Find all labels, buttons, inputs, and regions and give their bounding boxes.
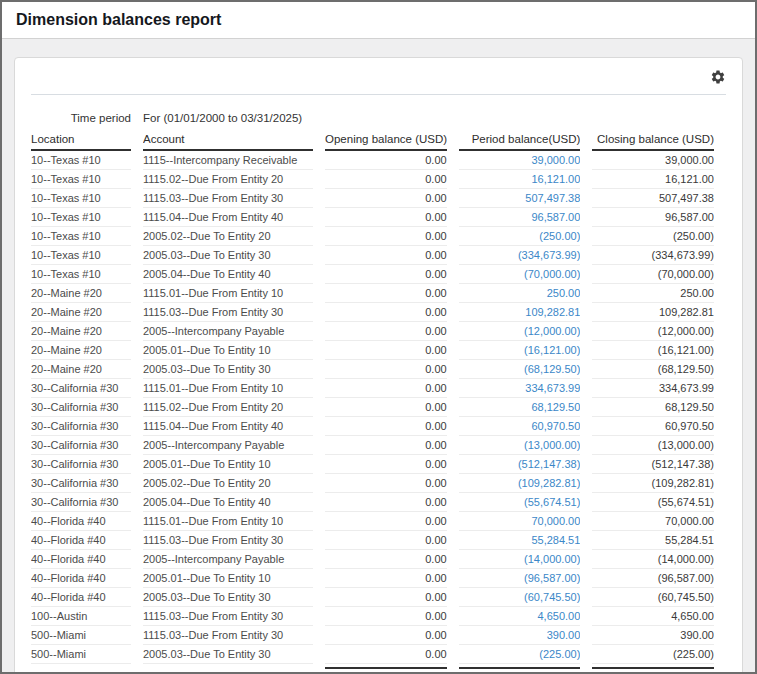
account-cell: 1115--Intercompany Receivable [143, 151, 313, 170]
account-cell: 2005--Intercompany Payable [143, 550, 313, 569]
grand-total-row: Grand total 0.00 0.00 0.00 [31, 667, 714, 674]
closing-balance-cell: (512,147.38) [592, 455, 714, 474]
closing-balance-cell: 507,497.38 [592, 189, 714, 208]
location-cell: 20--Maine #20 [31, 360, 131, 379]
period-balance-link[interactable]: (55,674.51) [459, 493, 581, 512]
location-cell: 20--Maine #20 [31, 322, 131, 341]
column-header-account: Account [143, 130, 313, 151]
account-cell: 2005.01--Due To Entity 10 [143, 569, 313, 588]
opening-balance-cell: 0.00 [325, 626, 447, 645]
period-balance-link[interactable]: (70,000.00) [459, 265, 581, 284]
period-balance-link[interactable]: (109,282.81) [459, 474, 581, 493]
account-cell: 2005--Intercompany Payable [143, 322, 313, 341]
account-cell: 1115.03--Due From Entity 30 [143, 626, 313, 645]
table-row: 10--Texas #10 1115.04--Due From Entity 4… [31, 208, 714, 227]
table-row: 20--Maine #20 2005.01--Due To Entity 10 … [31, 341, 714, 360]
report-card: Time period For (01/01/2000 to 03/31/202… [14, 57, 743, 674]
table-row: 10--Texas #10 2005.04--Due To Entity 40 … [31, 265, 714, 284]
closing-balance-cell: (12,000.00) [592, 322, 714, 341]
location-cell: 20--Maine #20 [31, 284, 131, 303]
opening-balance-cell: 0.00 [325, 170, 447, 189]
table-body: 10--Texas #10 1115--Intercompany Receiva… [31, 151, 714, 664]
closing-balance-cell: 70,000.00 [592, 512, 714, 531]
period-balance-link[interactable]: (334,673.99) [459, 246, 581, 265]
period-balance-link[interactable]: 16,121.00 [459, 170, 581, 189]
period-balance-link[interactable]: 4,650.00 [459, 607, 581, 626]
settings-gear-button[interactable] [710, 69, 726, 85]
account-cell: 1115.03--Due From Entity 30 [143, 189, 313, 208]
title-bar: Dimension balances report [2, 2, 755, 39]
period-balance-link[interactable]: (14,000.00) [459, 550, 581, 569]
period-balance-link[interactable]: 60,970.50 [459, 417, 581, 436]
location-cell: 10--Texas #10 [31, 151, 131, 170]
opening-balance-cell: 0.00 [325, 322, 447, 341]
closing-balance-cell: (68,129.50) [592, 360, 714, 379]
table-row: 20--Maine #20 2005.03--Due To Entity 30 … [31, 360, 714, 379]
closing-balance-cell: (55,674.51) [592, 493, 714, 512]
location-cell: 30--California #30 [31, 417, 131, 436]
period-balance-link[interactable]: 334,673.99 [459, 379, 581, 398]
opening-balance-cell: 0.00 [325, 436, 447, 455]
location-cell: 40--Florida #40 [31, 550, 131, 569]
location-cell: 40--Florida #40 [31, 531, 131, 550]
location-cell: 100--Austin [31, 607, 131, 626]
closing-balance-cell: 109,282.81 [592, 303, 714, 322]
closing-balance-cell: 16,121.00 [592, 170, 714, 189]
period-balance-link[interactable]: (60,745.50) [459, 588, 581, 607]
period-balance-link[interactable]: 68,129.50 [459, 398, 581, 417]
period-balance-link[interactable]: (12,000.00) [459, 322, 581, 341]
closing-balance-cell: 250.00 [592, 284, 714, 303]
opening-balance-cell: 0.00 [325, 607, 447, 626]
period-balance-link[interactable]: (96,587.00) [459, 569, 581, 588]
closing-balance-cell: 68,129.50 [592, 398, 714, 417]
location-cell: 30--California #30 [31, 474, 131, 493]
period-balance-link[interactable]: 250.00 [459, 284, 581, 303]
table-row: 40--Florida #40 2005.01--Due To Entity 1… [31, 569, 714, 588]
opening-balance-cell: 0.00 [325, 246, 447, 265]
period-balance-link[interactable]: (225.00) [459, 645, 581, 664]
period-balance-link[interactable]: 70,000.00 [459, 512, 581, 531]
period-balance-link[interactable]: 55,284.51 [459, 531, 581, 550]
table-row: 500--Miami 1115.03--Due From Entity 30 0… [31, 626, 714, 645]
table-row: 500--Miami 2005.03--Due To Entity 30 0.0… [31, 645, 714, 664]
location-cell: 30--California #30 [31, 436, 131, 455]
account-cell: 2005.03--Due To Entity 30 [143, 588, 313, 607]
table-row: 30--California #30 2005.04--Due To Entit… [31, 493, 714, 512]
period-balance-link[interactable]: (68,129.50) [459, 360, 581, 379]
period-balance-link[interactable]: (512,147.38) [459, 455, 581, 474]
table-row: 30--California #30 2005.01--Due To Entit… [31, 455, 714, 474]
opening-balance-cell: 0.00 [325, 645, 447, 664]
table-row: 30--California #30 2005.02--Due To Entit… [31, 474, 714, 493]
period-balance-link[interactable]: 96,587.00 [459, 208, 581, 227]
opening-balance-cell: 0.00 [325, 569, 447, 588]
opening-balance-cell: 0.00 [325, 493, 447, 512]
table-row: 40--Florida #40 2005--Intercompany Payab… [31, 550, 714, 569]
period-balance-link[interactable]: (250.00) [459, 227, 581, 246]
account-cell: 1115.04--Due From Entity 40 [143, 208, 313, 227]
page-title: Dimension balances report [16, 11, 221, 29]
period-balance-link[interactable]: 109,282.81 [459, 303, 581, 322]
toolbar-divider [31, 94, 726, 95]
period-balance-link[interactable]: (13,000.00) [459, 436, 581, 455]
location-cell: 10--Texas #10 [31, 246, 131, 265]
table-header-row: Location Account Opening balance (USD) P… [31, 130, 714, 151]
account-cell: 2005.03--Due To Entity 30 [143, 645, 313, 664]
opening-balance-cell: 0.00 [325, 417, 447, 436]
opening-balance-cell: 0.00 [325, 398, 447, 417]
location-cell: 30--California #30 [31, 379, 131, 398]
account-cell: 1115.01--Due From Entity 10 [143, 512, 313, 531]
opening-balance-cell: 0.00 [325, 531, 447, 550]
location-cell: 10--Texas #10 [31, 227, 131, 246]
opening-balance-cell: 0.00 [325, 588, 447, 607]
table-row: 10--Texas #10 2005.03--Due To Entity 30 … [31, 246, 714, 265]
location-cell: 40--Florida #40 [31, 588, 131, 607]
period-balance-link[interactable]: (16,121.00) [459, 341, 581, 360]
location-cell: 20--Maine #20 [31, 303, 131, 322]
gear-icon [710, 69, 726, 85]
period-balance-link[interactable]: 507,497.38 [459, 189, 581, 208]
account-cell: 1115.01--Due From Entity 10 [143, 284, 313, 303]
column-header-period-balance: Period balance(USD) [459, 130, 581, 151]
period-balance-link[interactable]: 39,000.00 [459, 151, 581, 170]
period-balance-link[interactable]: 390.00 [459, 626, 581, 645]
account-cell: 2005.04--Due To Entity 40 [143, 493, 313, 512]
